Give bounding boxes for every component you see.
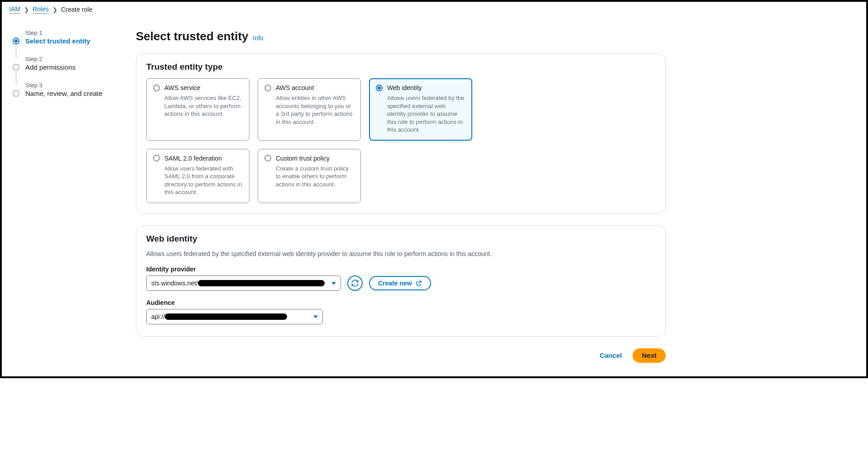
- info-link[interactable]: Info: [253, 34, 264, 42]
- select-value-prefix: sts.windows.net/: [151, 280, 198, 287]
- entity-title: SAML 2.0 federation: [164, 155, 222, 162]
- cancel-button[interactable]: Cancel: [597, 351, 624, 360]
- entity-title: AWS service: [164, 84, 201, 91]
- breadcrumb-iam[interactable]: IAM: [9, 5, 20, 14]
- chevron-right-icon: ❯: [53, 6, 58, 13]
- entity-desc: Allow users federated with SAML 2.0 from…: [153, 165, 243, 196]
- step-label: Name, review, and create: [25, 90, 118, 97]
- wizard-footer: Cancel Next: [136, 348, 666, 363]
- chevron-right-icon: ❯: [24, 6, 29, 13]
- panel-title: Web identity: [146, 234, 655, 244]
- redacted-value: [198, 280, 325, 286]
- identity-provider-select[interactable]: sts.windows.net/: [146, 275, 341, 291]
- entity-saml[interactable]: SAML 2.0 federation Allow users federate…: [146, 149, 249, 203]
- step-marker-icon: [13, 90, 19, 97]
- select-value-prefix: api://: [151, 313, 165, 320]
- create-new-button[interactable]: Create new: [369, 276, 431, 290]
- page-title: Select trusted entity: [136, 29, 249, 43]
- step-2[interactable]: Step 2 Add permissions: [13, 56, 118, 82]
- breadcrumb-current: Create role: [61, 6, 92, 13]
- step-number: Step 3: [25, 82, 118, 89]
- next-button[interactable]: Next: [633, 348, 666, 363]
- refresh-button[interactable]: [347, 275, 363, 291]
- trusted-entity-panel: Trusted entity type AWS service Allow AW…: [136, 53, 666, 214]
- page-heading: Select trusted entity Info: [136, 29, 666, 43]
- entity-web-identity[interactable]: Web identity Allows users federated by t…: [369, 78, 472, 141]
- audience-label: Audience: [146, 299, 655, 306]
- entity-aws-account[interactable]: AWS account Allow entities in other AWS …: [258, 78, 361, 141]
- panel-subtitle: Allows users federated by the specified …: [146, 250, 655, 257]
- breadcrumb: IAM ❯ Roles ❯ Create role: [9, 5, 859, 18]
- refresh-icon: [351, 279, 359, 287]
- step-number: Step 1: [25, 29, 118, 36]
- breadcrumb-roles[interactable]: Roles: [33, 5, 49, 14]
- radio-icon: [264, 155, 271, 161]
- wizard-stepper: Step 1 Select trusted entity Step 2 Add …: [9, 29, 118, 363]
- step-1[interactable]: Step 1 Select trusted entity: [13, 29, 118, 56]
- entity-title: AWS account: [276, 84, 314, 91]
- step-marker-icon: [13, 64, 19, 71]
- audience-select[interactable]: api://: [146, 309, 323, 324]
- step-3[interactable]: Step 3 Name, review, and create: [13, 82, 118, 97]
- external-link-icon: [416, 280, 422, 286]
- identity-provider-label: Identity provider: [146, 266, 655, 273]
- step-label: Select trusted entity: [25, 37, 118, 45]
- button-label: Create new: [378, 280, 412, 287]
- entity-desc: Allow entities in other AWS accounts bel…: [264, 94, 354, 126]
- step-number: Step 2: [25, 56, 118, 62]
- chevron-down-icon: [331, 282, 336, 285]
- entity-title: Custom trust policy: [276, 155, 330, 162]
- entity-desc: Create a custom trust policy to enable o…: [264, 165, 354, 189]
- redacted-value: [165, 313, 287, 320]
- radio-selected-icon: [376, 85, 383, 91]
- entity-aws-service[interactable]: AWS service Allow AWS services like EC2,…: [146, 78, 249, 141]
- radio-icon: [153, 85, 160, 91]
- panel-title: Trusted entity type: [146, 62, 655, 72]
- radio-icon: [153, 155, 160, 161]
- entity-custom-trust[interactable]: Custom trust policy Create a custom trus…: [258, 149, 361, 203]
- chevron-down-icon: [313, 316, 318, 318]
- step-marker-active-icon: [13, 38, 19, 44]
- entity-desc: Allow AWS services like EC2, Lambda, or …: [153, 94, 243, 118]
- radio-icon: [264, 85, 271, 91]
- step-label: Add permissions: [25, 63, 118, 71]
- entity-title: Web identity: [387, 84, 422, 91]
- web-identity-panel: Web identity Allows users federated by t…: [136, 225, 666, 337]
- entity-desc: Allows users federated by the specified …: [376, 94, 465, 134]
